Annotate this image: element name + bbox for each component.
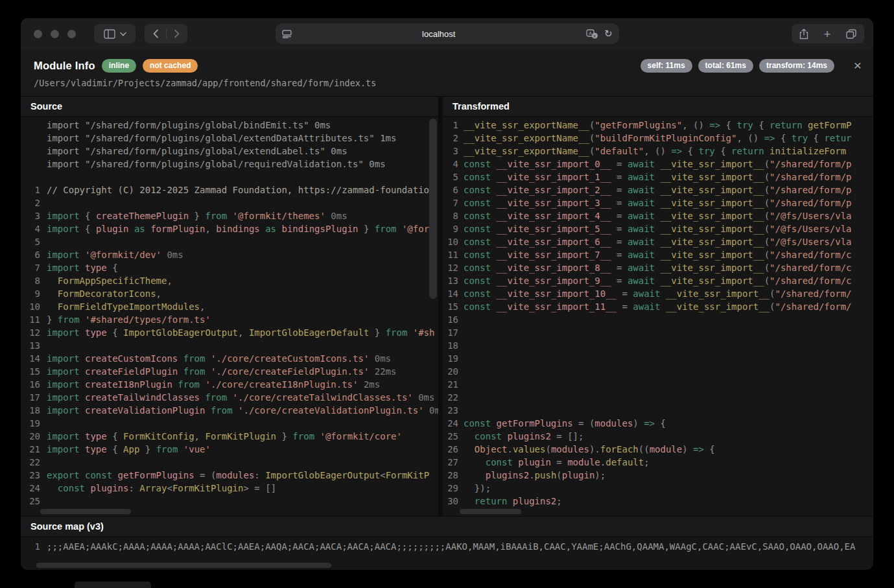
code-text: FormDecoratorIcons, bbox=[47, 287, 438, 300]
code-text: __vite_ssr_exportName__("buildFormKitPlu… bbox=[464, 132, 873, 145]
code-text: const __vite_ssr_import_4__ = await __vi… bbox=[464, 209, 873, 222]
line-number: 1 bbox=[21, 540, 47, 553]
line-number: 13 bbox=[21, 339, 47, 352]
code-text: import type { bbox=[47, 261, 438, 274]
code-text bbox=[47, 495, 438, 508]
share-icon[interactable] bbox=[799, 29, 808, 40]
translate-icon[interactable]: A x bbox=[586, 29, 598, 39]
code-text: const __vite_ssr_import_9__ = await __vi… bbox=[464, 274, 873, 287]
back-button[interactable] bbox=[145, 24, 166, 43]
source-code-area[interactable]: import "/shared/form/plugins/global/bind… bbox=[21, 117, 438, 516]
line-number: 7 bbox=[21, 261, 47, 274]
reader-icon[interactable] bbox=[282, 30, 292, 38]
line-number: 29 bbox=[443, 482, 464, 495]
code-line: 12import type { ImportGlobEagerOutput, I… bbox=[21, 326, 438, 339]
code-text: import "/shared/form/plugins/global/exte… bbox=[47, 132, 438, 145]
line-number: 1 bbox=[21, 183, 47, 196]
line-number: 19 bbox=[21, 417, 47, 430]
window-close-button[interactable] bbox=[34, 30, 42, 38]
code-text bbox=[464, 352, 873, 365]
line-number: 22 bbox=[443, 391, 464, 404]
code-text: } from '#shared/types/form.ts' bbox=[47, 313, 438, 326]
code-text: FormAppSpecificTheme, bbox=[47, 274, 438, 287]
code-text: import createValidationPlugin from './co… bbox=[47, 404, 438, 417]
reload-icon[interactable]: ↻ bbox=[604, 28, 613, 40]
code-text: const __vite_ssr_import_2__ = await __vi… bbox=[464, 183, 873, 196]
source-vertical-scrollbar[interactable] bbox=[429, 119, 437, 299]
code-text: import type { ImportGlobEagerOutput, Imp… bbox=[47, 326, 438, 339]
code-text bbox=[464, 365, 873, 378]
timing-total: total: 61ms bbox=[698, 59, 753, 73]
code-line: 19 bbox=[21, 417, 438, 430]
code-line: 24 const plugins: Array<FormKitPlugin> =… bbox=[21, 482, 438, 495]
line-number: 4 bbox=[21, 222, 47, 235]
window-zoom-button[interactable] bbox=[67, 30, 76, 38]
line-number: 28 bbox=[443, 469, 464, 482]
line-number: 27 bbox=[443, 456, 464, 469]
transformed-code-area[interactable]: 1__vite_ssr_exportName__("getFormPlugins… bbox=[443, 117, 873, 516]
code-line: 23 bbox=[443, 404, 873, 417]
code-line: 29 }); bbox=[443, 482, 873, 495]
source-horizontal-scrollbar[interactable] bbox=[40, 509, 131, 514]
sidebar-toggle-button[interactable] bbox=[94, 24, 135, 43]
close-icon[interactable]: × bbox=[854, 58, 862, 72]
code-text: import createFieldPlugin from './core/cr… bbox=[47, 365, 438, 378]
code-text: ;;;AAEA;AAAkC;AAAA;AAAA;AAAA;AAClC;AAEA;… bbox=[47, 540, 873, 553]
line-number bbox=[21, 145, 47, 158]
line-number: 25 bbox=[443, 430, 464, 443]
code-text: import "/shared/form/plugins/global/requ… bbox=[47, 158, 438, 171]
line-number: 5 bbox=[443, 171, 464, 183]
sourcemap-horizontal-scrollbar[interactable] bbox=[36, 563, 331, 568]
line-number: 11 bbox=[21, 313, 47, 326]
svg-text:x: x bbox=[593, 32, 596, 38]
code-text: plugins2.push(plugin); bbox=[464, 469, 873, 482]
sourcemap-title: Source map (v3) bbox=[21, 517, 873, 537]
code-text: import type { FormKitConfig, FormKitPlug… bbox=[47, 430, 438, 443]
code-text: }); bbox=[464, 482, 873, 495]
line-number: 19 bbox=[443, 352, 464, 365]
line-number: 12 bbox=[21, 326, 47, 339]
line-number: 10 bbox=[21, 300, 47, 313]
chevron-down-icon bbox=[120, 32, 126, 36]
window-minimize-button[interactable] bbox=[51, 30, 59, 38]
code-line: 22 bbox=[21, 456, 438, 469]
code-line: 21 bbox=[443, 378, 873, 391]
code-line: 20import type { FormKitConfig, FormKitPl… bbox=[21, 430, 438, 443]
code-line: 15import createFieldPlugin from './core/… bbox=[21, 365, 438, 378]
toolbar-right-buttons: + bbox=[792, 24, 864, 43]
code-line: import "/shared/form/plugins/global/exte… bbox=[21, 132, 438, 145]
line-number: 9 bbox=[21, 287, 47, 300]
code-line: 1__vite_ssr_exportName__("getFormPlugins… bbox=[443, 119, 873, 132]
code-line: 17 bbox=[443, 326, 873, 339]
code-line: 30 return plugins2; bbox=[443, 495, 873, 508]
code-text: import { plugin as formPlugin, bindings … bbox=[47, 222, 438, 235]
forward-button[interactable] bbox=[167, 24, 187, 43]
tab-overview-icon[interactable] bbox=[846, 29, 856, 39]
code-line: 3import { createThemePlugin } from '@for… bbox=[21, 209, 438, 222]
code-line: 9const __vite_ssr_import_5__ = await __v… bbox=[443, 222, 873, 235]
line-number: 3 bbox=[21, 209, 47, 222]
transformed-horizontal-scrollbar[interactable] bbox=[460, 509, 521, 514]
code-line: 2__vite_ssr_exportName__("buildFormKitPl… bbox=[443, 132, 873, 145]
module-path: /Users/vladimir/Projects/zammad/app/fron… bbox=[34, 78, 860, 88]
address-bar[interactable]: localhost A x ↻ bbox=[276, 23, 619, 44]
code-text: const __vite_ssr_import_11__ = await __v… bbox=[464, 300, 873, 313]
sourcemap-code-area[interactable]: 1;;;AAEA;AAAkC;AAAA;AAAA;AAAA;AAClC;AAEA… bbox=[21, 537, 873, 570]
code-text: import '@formkit/dev' 0ms bbox=[47, 248, 438, 261]
timing-badges: self: 11ms total: 61ms transform: 14ms bbox=[641, 59, 834, 73]
timing-transform: transform: 14ms bbox=[759, 59, 834, 73]
line-number: 17 bbox=[21, 391, 47, 404]
code-line: 11} from '#shared/types/form.ts' bbox=[21, 313, 438, 326]
line-number: 18 bbox=[21, 404, 47, 417]
code-line: 18import createValidationPlugin from './… bbox=[21, 404, 438, 417]
code-text bbox=[464, 339, 873, 352]
line-number bbox=[21, 119, 47, 132]
code-line: 13const __vite_ssr_import_9__ = await __… bbox=[443, 274, 873, 287]
code-text: Object.values(modules).forEach((module) … bbox=[464, 443, 873, 456]
new-tab-icon[interactable]: + bbox=[823, 28, 830, 40]
code-text: const __vite_ssr_import_10__ = await __v… bbox=[464, 287, 873, 300]
code-line: 5 bbox=[21, 235, 438, 248]
code-line: 2 bbox=[21, 196, 438, 209]
code-text: import createI18nPlugin from './core/cre… bbox=[47, 378, 438, 391]
code-line: 25 bbox=[21, 495, 438, 508]
